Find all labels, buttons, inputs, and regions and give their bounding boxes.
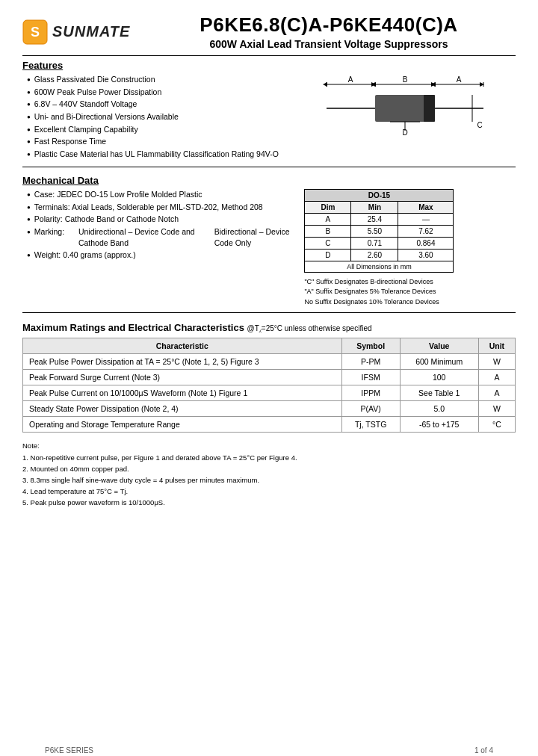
list-item: Uni- and Bi-Directional Versions Availab… [27,111,288,123]
col-dim: Dim [305,201,351,213]
col-unit: Unit [478,338,515,354]
title-area: P6KE6.8(C)A-P6KE440(C)A 600W Axial Lead … [142,13,516,50]
list-item: 600W Peak Pulse Power Dissipation [27,87,288,98]
col-value: Value [400,338,478,354]
mech-list: Case: JEDEC DO-15 Low Profile Molded Pla… [22,189,297,261]
note-5: 5. Peak pulse power waveform is 10/1000μ… [22,497,516,508]
unit-cell: W [478,401,515,417]
unit-cell: A [478,385,515,401]
features-list: Glass Passivated Die Construction 600W P… [22,74,288,160]
char-cell: Peak Forward Surge Current (Note 3) [23,370,342,385]
mech-title: Mechanical Data [22,175,516,186]
list-item: Plastic Case Material has UL Flammabilit… [27,149,288,160]
do15-footer-row: All Dimensions in mm [305,261,454,272]
unit-cell: W [478,354,515,370]
features-col: Features Glass Passivated Die Constructi… [22,60,288,161]
note-3: 3. 8.3ms single half sine-wave duty cycl… [22,474,516,486]
suffix-note-2: "A" Suffix Designates 5% Tolerance Devic… [304,287,439,297]
list-item: Terminals: Axial Leads, Solderable per M… [27,202,297,213]
max-ratings-section: Maximum Ratings and Electrical Character… [22,322,516,433]
table-row: B 5.50 7.62 [305,225,454,237]
symbol-cell: P-PM [341,354,400,370]
notes-title: Note: [22,440,516,451]
footer: P6KE SERIES 1 of 4 [45,731,493,755]
col-characteristic: Characteristic [23,338,342,354]
symbol-cell: P(AV) [341,401,400,417]
char-cell: Peak Pulse Current on 10/1000μS Waveform… [23,385,342,401]
svg-text:B: B [403,75,408,84]
notes-section: Note: 1. Non-repetitive current pulse, p… [22,440,516,508]
note-1: 1. Non-repetitive current pulse, per Fig… [22,452,516,463]
logo-text: SUNMATE [52,23,130,40]
mech-divider [22,167,516,167]
ratings-header-row: Characteristic Symbol Value Unit [23,338,516,354]
char-cell: Steady State Power Dissipation (Note 2, … [23,401,342,417]
svg-rect-5 [424,95,435,122]
value-cell: 600 Minimum [400,354,478,370]
list-item: Fast Response Time [27,136,288,147]
list-item: Polarity: Cathode Band or Cathode Notch [27,214,297,225]
list-item: Excellent Clamping Capability [27,124,288,135]
value-cell: 5.0 [400,401,478,417]
svg-text:C: C [477,121,483,129]
col-min: Min [351,201,398,213]
diode-diagram: A B A C D [295,60,516,161]
marking-uni: Unidirectional – Device Code and Cathode… [78,226,200,248]
max-ratings-header: Maximum Ratings and Electrical Character… [22,322,516,333]
mech-right: DO-15 Dim Min Max A 25.4 — [304,189,516,308]
symbol-cell: Tj, TSTG [341,417,400,433]
do15-title: DO-15 [305,189,454,201]
logo-area: S SUNMATE [22,19,142,45]
list-item: Glass Passivated Die Construction [27,74,288,85]
ratings-divider [22,312,516,313]
table-row: Steady State Power Dissipation (Note 2, … [23,401,516,417]
symbol-cell: IPPM [341,385,400,401]
table-row: Operating and Storage Temperature Range … [23,417,516,433]
features-title: Features [22,60,288,71]
value-cell: -65 to +175 [400,417,478,433]
features-section: Features Glass Passivated Die Constructi… [22,60,516,161]
list-item: Marking: Unidirectional – Device Code an… [27,226,297,248]
table-row: C 0.71 0.864 [305,237,454,249]
note-2: 2. Mounted on 40mm copper pad. [22,463,516,474]
do15-table: DO-15 Dim Min Max A 25.4 — [304,189,454,273]
char-cell: Peak Pulse Power Dissipation at TA = 25°… [23,354,342,370]
table-row: Peak Pulse Current on 10/1000μS Waveform… [23,385,516,401]
main-title: P6KE6.8(C)A-P6KE440(C)A [142,13,516,37]
diode-svg: A B A C D [323,66,487,155]
suffix-note-1: "C" Suffix Designates B-directional Devi… [304,277,439,288]
list-item: Weight: 0.40 grams (approx.) [27,250,297,261]
mech-two-col: Case: JEDEC DO-15 Low Profile Molded Pla… [22,189,516,308]
series-label: P6KE SERIES [45,746,93,755]
char-cell: Operating and Storage Temperature Range [23,417,342,433]
unit-cell: °C [478,417,515,433]
mech-left: Case: JEDEC DO-15 Low Profile Molded Pla… [22,189,297,308]
table-row: Peak Forward Surge Current (Note 3) IFSM… [23,370,516,385]
symbol-cell: IFSM [341,370,400,385]
svg-text:A: A [457,75,462,84]
condition-note: @T⁁=25°C unless otherwise specified [247,324,372,332]
list-item: Case: JEDEC DO-15 Low Profile Molded Pla… [27,189,297,200]
logo-icon: S [22,19,48,45]
svg-text:A: A [348,75,353,84]
sub-title: 600W Axial Lead Transient Voltage Suppre… [142,38,516,50]
table-row: A 25.4 — [305,213,454,225]
max-ratings-title: Maximum Ratings and Electrical Character… [22,322,244,333]
value-cell: 100 [400,370,478,385]
header: S SUNMATE P6KE6.8(C)A-P6KE440(C)A 600W A… [22,13,516,50]
ratings-table: Characteristic Symbol Value Unit Peak Pu… [22,338,516,433]
svg-text:S: S [31,25,40,40]
col-max: Max [398,201,454,213]
unit-cell: A [478,370,515,385]
list-item: 6.8V – 440V Standoff Voltage [27,99,288,110]
value-cell: See Table 1 [400,385,478,401]
page-label: 1 of 4 [474,746,493,755]
table-row: Peak Pulse Power Dissipation at TA = 25°… [23,354,516,370]
table-row: D 2.60 3.60 [305,249,454,261]
col-symbol: Symbol [341,338,400,354]
suffix-notes: "C" Suffix Designates B-directional Devi… [304,277,439,308]
marking-bi: Bidirectional – Device Code Only [214,226,297,248]
header-divider [22,55,516,56]
suffix-note-3: No Suffix Designates 10% Tolerance Devic… [304,297,439,308]
mechanical-section: Mechanical Data Case: JEDEC DO-15 Low Pr… [22,175,516,308]
